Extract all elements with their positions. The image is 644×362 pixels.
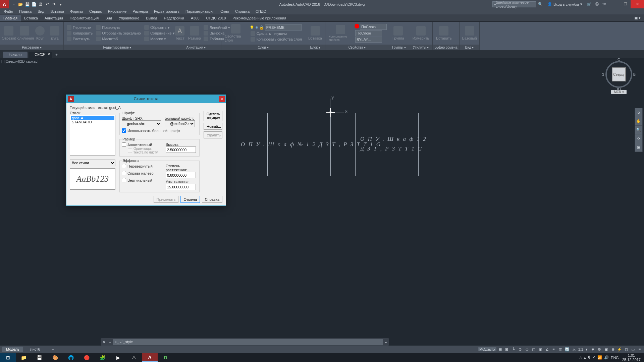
exchange-icon[interactable]: 🛒: [586, 1, 592, 7]
status-grid-icon[interactable]: ▦: [497, 346, 503, 352]
prop-lineweight[interactable]: ПоСлою: [355, 30, 382, 36]
layer-state-icon[interactable]: 💡: [250, 25, 254, 30]
ribbontab-addins[interactable]: Надстройки: [161, 15, 187, 21]
ribbontab-parametric[interactable]: Параметризация: [66, 15, 102, 21]
start-button[interactable]: ⊞: [0, 353, 16, 362]
viewcube-face[interactable]: Сверху: [612, 68, 625, 81]
layer-makecurrent[interactable]: Сделать текущим: [250, 31, 303, 36]
layout-sheet[interactable]: Лист6: [26, 347, 44, 352]
edit-mirror[interactable]: Отобразить зеркально: [95, 31, 142, 36]
qat-save-icon[interactable]: 💾: [25, 2, 30, 7]
ribbontab-spds[interactable]: СПДС 2018: [203, 15, 229, 21]
qat-new-icon[interactable]: ▫: [11, 2, 16, 7]
task-vs[interactable]: ▶: [110, 353, 126, 362]
viewcube-s[interactable]: Ю: [617, 87, 621, 91]
task-paint[interactable]: 🎨: [47, 353, 63, 362]
ribbontab-insert[interactable]: Вставка: [21, 15, 41, 21]
ribbontab-manage[interactable]: Управление: [115, 15, 143, 21]
status-workspace-icon[interactable]: ⚙: [596, 346, 602, 352]
cmdline-close-icon[interactable]: ✕: [101, 340, 107, 344]
cmdline-text[interactable]: - '_style: [120, 340, 133, 344]
draw-line[interactable]: Отрезок: [2, 25, 15, 41]
panel-anno-label[interactable]: Аннотации ▾: [171, 45, 221, 50]
color-swatch[interactable]: [355, 24, 359, 28]
status-3dosnap-icon[interactable]: ▣: [537, 346, 543, 352]
ribbontab-home[interactable]: Главная: [0, 15, 21, 21]
tray-volume-icon[interactable]: 🔊: [604, 355, 609, 360]
backwards-checkbox[interactable]: [122, 171, 126, 175]
tray-clock[interactable]: 1:0125.12.2017: [621, 353, 642, 361]
ribbontab-featured[interactable]: Рекомендованные приложения: [229, 15, 289, 21]
qat-open-icon[interactable]: 📂: [18, 2, 23, 7]
draw-polyline[interactable]: Полилиния: [17, 25, 32, 41]
layer-copyprops[interactable]: Копировать свойства слоя: [250, 37, 303, 42]
menu-file[interactable]: Файл: [1, 9, 16, 14]
cmdline-options-icon[interactable]: ⌄: [107, 340, 113, 344]
ribbontab-a360[interactable]: A360: [187, 15, 203, 21]
tray-up-icon[interactable]: ▴: [584, 355, 586, 360]
menu-draw[interactable]: Рисование: [105, 9, 129, 14]
panel-util-label[interactable]: Утилиты ▾: [409, 45, 432, 50]
task-app2[interactable]: 🧩: [95, 353, 110, 362]
menu-window[interactable]: Окно: [218, 9, 232, 14]
annotative-checkbox[interactable]: [122, 142, 126, 147]
nav-zoom-icon[interactable]: 🔍: [635, 126, 642, 134]
draw-arc[interactable]: Дуга: [48, 25, 61, 41]
usebig-checkbox[interactable]: [122, 128, 126, 133]
height-input[interactable]: [166, 146, 196, 153]
cmdline-recent-icon[interactable]: ▴: [383, 340, 389, 344]
panel-draw-label[interactable]: Рисование ▾: [0, 45, 63, 50]
menu-format[interactable]: Формат: [67, 9, 86, 14]
menu-dimension[interactable]: Размеры: [130, 9, 151, 14]
status-snap-icon[interactable]: ⊞: [504, 346, 510, 352]
edit-scale[interactable]: Масштаб: [95, 36, 142, 42]
bigfont-select[interactable]: □ @extfont2.shx: [165, 120, 195, 127]
menu-tools[interactable]: Сервис: [87, 9, 105, 14]
panel-clip-label[interactable]: Буфер обмена: [433, 45, 459, 50]
task-app1[interactable]: 🔴: [79, 353, 95, 362]
menu-spds[interactable]: СПДС: [253, 9, 269, 14]
qat-plot-icon[interactable]: 🖶: [38, 2, 43, 7]
status-otrack-icon[interactable]: ∠: [544, 346, 550, 352]
layer-freeze-icon[interactable]: ❄: [255, 25, 258, 30]
status-isolate-icon[interactable]: ◻: [623, 346, 629, 352]
layer-properties[interactable]: Свойства слоя: [223, 23, 248, 43]
task-chrome[interactable]: 🌐: [63, 353, 79, 362]
status-monitor-icon[interactable]: ▣: [603, 346, 609, 352]
app-logo[interactable]: A: [0, 0, 9, 8]
panel-block-label[interactable]: Блок ▾: [305, 45, 325, 50]
panel-edit-label[interactable]: Редактирование ▾: [64, 45, 171, 50]
props-match[interactable]: Копирование свойств: [327, 24, 353, 42]
oblique-input[interactable]: [166, 184, 196, 190]
search-icon[interactable]: 🔍: [537, 1, 543, 7]
menu-view[interactable]: Вид: [35, 9, 47, 14]
tray-steam-icon[interactable]: △: [579, 355, 582, 360]
style-list[interactable]: gost_A STANDARD: [70, 115, 115, 156]
status-hardware-icon[interactable]: ⚡: [616, 346, 623, 352]
status-clean-icon[interactable]: ▭: [630, 346, 636, 352]
panel-layers-label[interactable]: Слои ▾: [221, 45, 305, 50]
viewcube[interactable]: Сверху С В Ю З МСК ▾: [604, 61, 634, 101]
panel-groups-label[interactable]: Группы ▾: [389, 45, 409, 50]
doctab-add[interactable]: ＋: [53, 51, 60, 58]
nav-pan-icon[interactable]: ✋: [635, 117, 642, 126]
clip-paste[interactable]: Вставить: [435, 25, 453, 41]
tray-checked-icon[interactable]: ✔: [592, 355, 595, 360]
qat-redo-icon[interactable]: ↷: [52, 2, 56, 7]
ribbon-collapse-icon[interactable]: ▣ ▾: [631, 14, 644, 21]
viewcube-w[interactable]: З: [602, 72, 604, 76]
command-line[interactable]: ✕ ⌄ >_ - '_style ▴: [101, 338, 389, 346]
fontshx-select[interactable]: □ geniso.shx: [122, 120, 161, 127]
groups-btn[interactable]: Группа: [391, 25, 406, 41]
style-item-standard[interactable]: STANDARD: [71, 120, 114, 124]
viewcube-e[interactable]: В: [633, 72, 636, 76]
a360-icon[interactable]: Ⓐ: [594, 1, 600, 7]
ribbontab-view[interactable]: Вид: [102, 15, 115, 21]
signin-button[interactable]: 👤 Вход в службы ▾: [545, 0, 585, 8]
new-button[interactable]: Новый...: [204, 123, 222, 130]
nav-showmotion-icon[interactable]: ▣: [635, 143, 642, 152]
task-explorer[interactable]: 📁: [16, 353, 32, 362]
minimize-button[interactable]: —: [610, 0, 621, 8]
setcurrent-button[interactable]: Сделать текущим: [204, 111, 222, 121]
menu-parametric[interactable]: Параметризация: [183, 9, 217, 14]
